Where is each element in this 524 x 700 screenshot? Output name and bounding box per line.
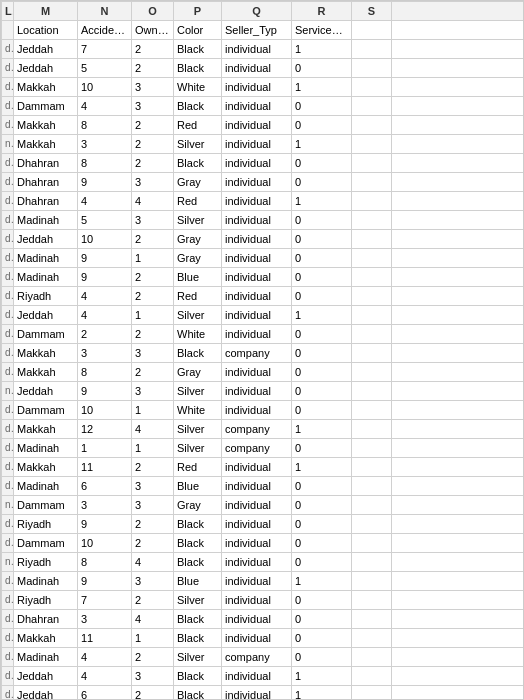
cell-s[interactable] [352, 382, 392, 401]
col-header-r[interactable]: R [292, 2, 352, 21]
cell-service[interactable]: 0 [292, 477, 352, 496]
cell-accident[interactable]: 9 [78, 173, 132, 192]
row-label[interactable]: d [2, 306, 14, 325]
cell-service[interactable]: 0 [292, 648, 352, 667]
cell-accident[interactable]: 7 [78, 591, 132, 610]
cell-accident[interactable]: 1 [78, 439, 132, 458]
cell-accident[interactable]: 10 [78, 78, 132, 97]
cell-location[interactable]: Madinah [14, 477, 78, 496]
cell-accident[interactable]: 4 [78, 192, 132, 211]
cell-extra[interactable] [392, 363, 525, 382]
cell-seller[interactable]: individual [222, 135, 292, 154]
cell-extra[interactable] [392, 629, 525, 648]
cell-location[interactable]: Dhahran [14, 154, 78, 173]
cell-owner[interactable]: 2 [132, 458, 174, 477]
cell-extra[interactable] [392, 667, 525, 686]
cell-location[interactable]: Madinah [14, 648, 78, 667]
cell-extra[interactable] [392, 78, 525, 97]
cell-s[interactable] [352, 78, 392, 97]
cell-s[interactable] [352, 439, 392, 458]
cell-color[interactable]: White [174, 78, 222, 97]
row-label[interactable]: d [2, 211, 14, 230]
cell-color[interactable]: Black [174, 154, 222, 173]
cell-extra[interactable] [392, 534, 525, 553]
cell-location[interactable]: Jeddah [14, 667, 78, 686]
cell-color[interactable]: Black [174, 515, 222, 534]
cell-location[interactable]: Madinah [14, 572, 78, 591]
cell-service[interactable]: 0 [292, 344, 352, 363]
cell-service[interactable]: 1 [292, 572, 352, 591]
row-label[interactable]: n [2, 553, 14, 572]
cell-s[interactable] [352, 458, 392, 477]
cell-extra[interactable] [392, 496, 525, 515]
cell-seller[interactable]: individual [222, 591, 292, 610]
cell-extra[interactable] [392, 382, 525, 401]
cell-extra[interactable] [392, 135, 525, 154]
cell-extra[interactable] [392, 192, 525, 211]
cell-service[interactable]: 0 [292, 268, 352, 287]
cell-location[interactable]: Jeddah [14, 382, 78, 401]
cell-s[interactable] [352, 553, 392, 572]
cell-location[interactable]: Makkah [14, 78, 78, 97]
row-label[interactable]: d [2, 192, 14, 211]
cell-seller[interactable]: individual [222, 306, 292, 325]
cell-service[interactable]: 1 [292, 192, 352, 211]
cell-service[interactable]: 0 [292, 591, 352, 610]
cell-owner[interactable]: 1 [132, 629, 174, 648]
cell-owner[interactable]: 1 [132, 439, 174, 458]
row-label[interactable]: d [2, 173, 14, 192]
cell-color[interactable]: White [174, 401, 222, 420]
cell-extra[interactable] [392, 325, 525, 344]
cell-accident[interactable]: 10 [78, 534, 132, 553]
cell-owner[interactable]: 2 [132, 40, 174, 59]
cell-accident[interactable]: 9 [78, 515, 132, 534]
cell-owner[interactable]: 3 [132, 382, 174, 401]
cell-extra[interactable] [392, 401, 525, 420]
cell-accident[interactable]: 9 [78, 249, 132, 268]
cell-location[interactable]: Riyadh [14, 553, 78, 572]
cell-owner[interactable]: 4 [132, 420, 174, 439]
cell-owner[interactable]: 3 [132, 667, 174, 686]
cell-color[interactable]: Silver [174, 306, 222, 325]
row-label[interactable]: d [2, 629, 14, 648]
cell-location[interactable]: Madinah [14, 249, 78, 268]
cell-s[interactable] [352, 629, 392, 648]
cell-service[interactable]: 0 [292, 97, 352, 116]
cell-color[interactable]: Gray [174, 230, 222, 249]
col-header-m[interactable]: M [14, 2, 78, 21]
cell-accident[interactable]: 4 [78, 648, 132, 667]
cell-location[interactable]: Riyadh [14, 515, 78, 534]
row-label[interactable]: d [2, 78, 14, 97]
cell-accident[interactable]: 11 [78, 629, 132, 648]
cell-seller[interactable]: individual [222, 686, 292, 701]
cell-seller[interactable]: individual [222, 173, 292, 192]
cell-accident[interactable]: 10 [78, 401, 132, 420]
cell-owner[interactable]: 3 [132, 211, 174, 230]
row-label[interactable]: d [2, 344, 14, 363]
cell-accident[interactable]: 4 [78, 667, 132, 686]
cell-color[interactable]: Silver [174, 591, 222, 610]
cell-s[interactable] [352, 363, 392, 382]
cell-owner[interactable]: 4 [132, 610, 174, 629]
cell-accident[interactable]: 8 [78, 154, 132, 173]
cell-location[interactable]: Riyadh [14, 591, 78, 610]
col-header-p[interactable]: P [174, 2, 222, 21]
cell-owner[interactable]: 4 [132, 553, 174, 572]
cell-s[interactable] [352, 477, 392, 496]
cell-seller[interactable]: individual [222, 268, 292, 287]
cell-owner[interactable]: 2 [132, 116, 174, 135]
cell-owner[interactable]: 1 [132, 306, 174, 325]
cell-color[interactable]: Silver [174, 211, 222, 230]
row-label[interactable]: n [2, 382, 14, 401]
cell-seller[interactable]: individual [222, 496, 292, 515]
cell-service[interactable]: 0 [292, 439, 352, 458]
cell-accident[interactable]: 6 [78, 477, 132, 496]
cell-seller[interactable]: individual [222, 534, 292, 553]
row-label[interactable]: d [2, 420, 14, 439]
cell-service[interactable]: 1 [292, 686, 352, 701]
cell-owner[interactable]: 2 [132, 135, 174, 154]
cell-extra[interactable] [392, 344, 525, 363]
cell-color[interactable]: Red [174, 192, 222, 211]
cell-s[interactable] [352, 420, 392, 439]
cell-extra[interactable] [392, 97, 525, 116]
